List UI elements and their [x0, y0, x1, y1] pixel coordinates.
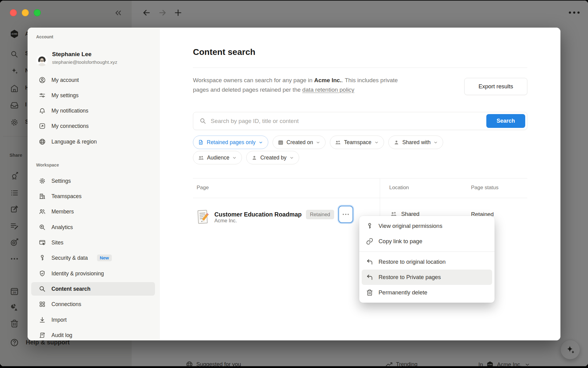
more-dots-icon	[342, 213, 349, 216]
sidebar-item-teamspaces[interactable]: Teamspaces	[31, 190, 155, 203]
shield-check-icon	[39, 270, 46, 277]
sidebar-item-label: My notifications	[51, 108, 89, 114]
sidebar-item-sites[interactable]: Sites	[31, 236, 155, 249]
filter-row-2: Audience Created by	[193, 151, 299, 164]
menu-item-copy-link[interactable]: Copy link to page	[362, 234, 492, 249]
sidebar-item-my-connections[interactable]: My connections	[31, 119, 155, 133]
menu-item-permanently-delete[interactable]: Permanently delete	[362, 285, 492, 300]
sidebar-item-security-data[interactable]: Security & data New	[31, 251, 155, 265]
workspace-section-label: Workspace	[36, 163, 59, 167]
download-icon	[39, 316, 46, 324]
sidebar-item-audit-log[interactable]: Audit log	[31, 328, 155, 340]
sidebar-item-members[interactable]: Members	[31, 205, 155, 218]
sidebar-item-label: Teamspaces	[51, 193, 81, 200]
sidebar-item-analytics[interactable]: Analytics	[31, 220, 155, 234]
minimize-window-button[interactable]	[22, 9, 29, 16]
filter-created-by[interactable]: Created by	[246, 151, 299, 164]
traffic-lights	[10, 9, 41, 16]
page-title: Content search	[193, 47, 255, 57]
sidebar-item-label: Analytics	[51, 224, 73, 231]
sidebar-item-my-notifications[interactable]: My notifications	[31, 104, 155, 117]
retained-badge: Retained	[306, 210, 334, 219]
page-title[interactable]: Customer Education Roadmap	[214, 211, 302, 218]
content-search-bar: Search	[193, 112, 527, 130]
filter-teamspace[interactable]: Teamspace	[330, 136, 384, 149]
menu-item-restore-private-pages[interactable]: Restore to Private pages	[362, 270, 492, 285]
app-window: ACME A S N H I S Share 20	[0, 1, 588, 366]
screen: ACME A S N H I S Share 20	[0, 0, 588, 368]
row-more-button[interactable]	[338, 206, 353, 223]
sidebar-item-label: My account	[51, 77, 79, 83]
new-badge: New	[97, 255, 112, 261]
filter-label: Retained pages only	[207, 139, 256, 146]
page-subtitle: Acme Inc.	[214, 218, 237, 224]
export-results-button[interactable]: Export results	[464, 78, 527, 95]
people-icon	[335, 139, 341, 146]
row-context-menu: View original permissions Copy link to p…	[359, 216, 495, 303]
sidebar-item-label: Content search	[51, 286, 90, 292]
sidebar-item-language-region[interactable]: Language & region	[31, 135, 155, 148]
building-icon	[39, 193, 46, 200]
menu-item-label: Restore to original location	[379, 259, 446, 265]
filter-row-1: Retained pages only Created on Teamspace	[193, 136, 443, 149]
chevron-down-icon	[433, 140, 438, 145]
settings-modal: Account Stephanie Lee stephanie@toolsfor…	[28, 28, 560, 340]
menu-item-restore-original-location[interactable]: Restore to original location	[362, 254, 492, 270]
close-window-button[interactable]	[10, 9, 17, 16]
page-description: Workspace owners can search for any page…	[193, 75, 404, 94]
data-retention-policy-link[interactable]: data retention policy	[302, 86, 354, 93]
filter-created-on[interactable]: Created on	[273, 136, 326, 149]
people-icon	[198, 155, 204, 161]
table-top-border	[193, 178, 527, 178]
sidebar-item-label: Audit log	[51, 332, 72, 339]
column-header-page-status: Page status	[471, 185, 499, 191]
sidebar-item-content-search[interactable]: Content search	[31, 282, 155, 296]
sidebar-item-label: Security & data	[51, 255, 88, 261]
sidebar-item-identity-provisioning[interactable]: Identity & provisioning	[31, 267, 155, 280]
sidebar-item-label: Import	[51, 317, 67, 323]
filter-audience[interactable]: Audience	[193, 151, 242, 164]
link-icon	[366, 238, 373, 245]
zoom-window-button[interactable]	[34, 9, 41, 16]
document-icon	[198, 139, 204, 145]
scroll-icon	[39, 332, 46, 339]
filter-label: Shared with	[402, 139, 431, 146]
search-button[interactable]: Search	[486, 114, 525, 128]
description-workspace-name: Acme Inc.	[314, 77, 342, 83]
grid-icon	[39, 301, 46, 308]
restore-undo-icon	[366, 258, 373, 266]
search-icon	[199, 117, 206, 125]
sidebar-item-connections[interactable]: Connections	[31, 297, 155, 311]
settings-sidebar: Account Stephanie Lee stephanie@toolsfor…	[28, 28, 160, 340]
sidebar-item-my-settings[interactable]: My settings	[31, 89, 155, 102]
sidebar-item-my-account[interactable]: My account	[31, 73, 155, 87]
menu-item-view-original-permissions[interactable]: View original permissions	[362, 218, 492, 234]
key-icon	[39, 254, 46, 262]
chevron-down-icon	[374, 140, 379, 145]
table-header-border	[193, 198, 527, 198]
menu-divider	[359, 251, 495, 252]
calendar-icon	[277, 139, 284, 146]
sliders-icon	[39, 92, 46, 99]
globe-icon	[39, 138, 46, 145]
user-email: stephanie@toolsforthought.xyz	[52, 59, 117, 65]
sidebar-item-label: Connections	[51, 301, 81, 308]
gear-icon	[39, 177, 46, 185]
menu-item-label: Permanently delete	[379, 289, 427, 296]
sidebar-item-settings[interactable]: Settings	[31, 174, 155, 188]
column-header-page: Page	[197, 185, 209, 191]
sidebar-item-label: My settings	[51, 92, 79, 99]
page-memo-icon	[197, 209, 209, 225]
sidebar-item-import[interactable]: Import	[31, 313, 155, 327]
sidebar-item-label: Settings	[51, 178, 71, 184]
bell-icon	[39, 107, 46, 114]
menu-item-label: View original permissions	[379, 223, 442, 229]
magnifier-plus-icon	[39, 224, 46, 231]
filter-retained-pages-only[interactable]: Retained pages only	[193, 136, 268, 149]
browser-cursor-icon	[39, 239, 46, 246]
account-user[interactable]	[36, 55, 48, 66]
filter-label: Teamspace	[344, 139, 371, 146]
filter-label: Created by	[260, 155, 287, 161]
search-input[interactable]	[210, 117, 527, 125]
filter-shared-with[interactable]: Shared with	[388, 136, 443, 149]
